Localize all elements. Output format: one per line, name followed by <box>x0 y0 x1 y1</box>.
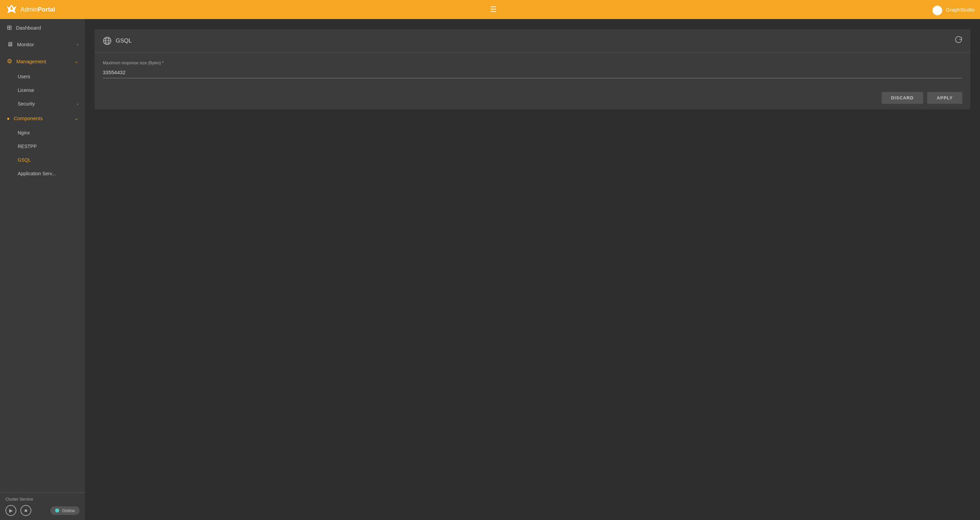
discard-button[interactable]: DISCARD <box>882 92 923 104</box>
main-content: GSQL Maximum response size (Bytes) * DIS… <box>85 19 980 520</box>
app-logo: AdminPortal <box>5 3 55 16</box>
sidebar-item-dashboard[interactable]: ⊞ Dashboard <box>0 19 85 36</box>
sidebar-sub-label: Users <box>18 74 30 79</box>
sidebar-item-monitor[interactable]: 🖥 Monitor › <box>0 36 85 53</box>
monitor-icon: 🖥 <box>7 41 13 48</box>
chevron-right-icon: › <box>77 42 78 47</box>
sidebar-item-components[interactable]: ● Components ⌄ <box>0 111 85 126</box>
sidebar-sub-label: Nginx <box>18 130 30 135</box>
card-body: Maximum response size (Bytes) * <box>95 52 970 86</box>
online-dot <box>55 509 59 512</box>
username-label: GraphStudio <box>946 7 975 13</box>
topbar-left: AdminPortal <box>5 3 55 16</box>
field-label: Maximum response size (Bytes) * <box>103 60 962 65</box>
sidebar-item-security[interactable]: Security › <box>0 97 85 111</box>
online-label: Online <box>62 508 75 513</box>
cluster-play-button[interactable]: ▶ <box>5 505 16 516</box>
sidebar-item-label: Components <box>14 115 43 121</box>
cluster-service-section: Cluster Service ▶ ■ Online <box>0 493 85 520</box>
sidebar-sub-label: Application Serv... <box>18 171 56 176</box>
cluster-stop-button[interactable]: ■ <box>21 505 31 516</box>
card-header: GSQL <box>95 29 970 52</box>
card-actions: DISCARD APPLY <box>95 86 970 109</box>
sidebar-sub-label: GSQL <box>18 157 31 163</box>
refresh-button[interactable] <box>955 36 962 45</box>
max-response-size-input[interactable] <box>103 68 962 78</box>
dashboard-icon: ⊞ <box>7 24 12 31</box>
chevron-down-icon: ⌄ <box>75 116 78 121</box>
cluster-controls: ▶ ■ Online <box>5 505 80 516</box>
sidebar-item-gsql[interactable]: GSQL <box>0 153 85 167</box>
sidebar-item-management[interactable]: ⚙ Management ⌄ <box>0 53 85 70</box>
layout: ⊞ Dashboard 🖥 Monitor › ⚙ Management ⌄ U… <box>0 19 980 520</box>
hamburger-button[interactable]: ☰ <box>490 5 497 14</box>
sidebar-sub-label: RESTPP <box>18 144 37 149</box>
management-icon: ⚙ <box>7 57 12 65</box>
brand-text: AdminPortal <box>21 6 55 13</box>
sidebar-sub-label: Security <box>18 101 35 107</box>
refresh-icon <box>955 36 962 44</box>
cluster-label: Cluster Service <box>5 497 80 502</box>
sidebar: ⊞ Dashboard 🖥 Monitor › ⚙ Management ⌄ U… <box>0 19 85 520</box>
chevron-down-icon: ⌄ <box>75 59 78 64</box>
wolf-icon <box>5 3 18 16</box>
user-avatar-icon: ⬤ <box>932 4 943 15</box>
topbar: AdminPortal ☰ ⬤ GraphStudio <box>0 0 980 19</box>
sidebar-item-nginx[interactable]: Nginx <box>0 126 85 140</box>
sidebar-item-label: Dashboard <box>16 25 41 31</box>
sidebar-item-label: Management <box>16 59 46 64</box>
sidebar-item-license[interactable]: License <box>0 83 85 97</box>
apply-button[interactable]: APPLY <box>927 92 962 104</box>
sidebar-item-appserv[interactable]: Application Serv... <box>0 167 85 180</box>
card-title: GSQL <box>103 37 132 45</box>
card-title-text: GSQL <box>116 37 132 44</box>
sidebar-item-restpp[interactable]: RESTPP <box>0 140 85 153</box>
sidebar-item-users[interactable]: Users <box>0 70 85 83</box>
components-icon: ● <box>7 116 10 121</box>
online-badge: Online <box>50 506 80 515</box>
sidebar-item-label: Monitor <box>17 41 34 47</box>
topbar-right: ⬤ GraphStudio <box>932 4 975 15</box>
sidebar-sub-label: License <box>18 87 34 93</box>
chevron-right-icon: › <box>77 102 78 107</box>
gsql-card: GSQL Maximum response size (Bytes) * DIS… <box>95 29 970 109</box>
globe-icon <box>103 37 111 45</box>
